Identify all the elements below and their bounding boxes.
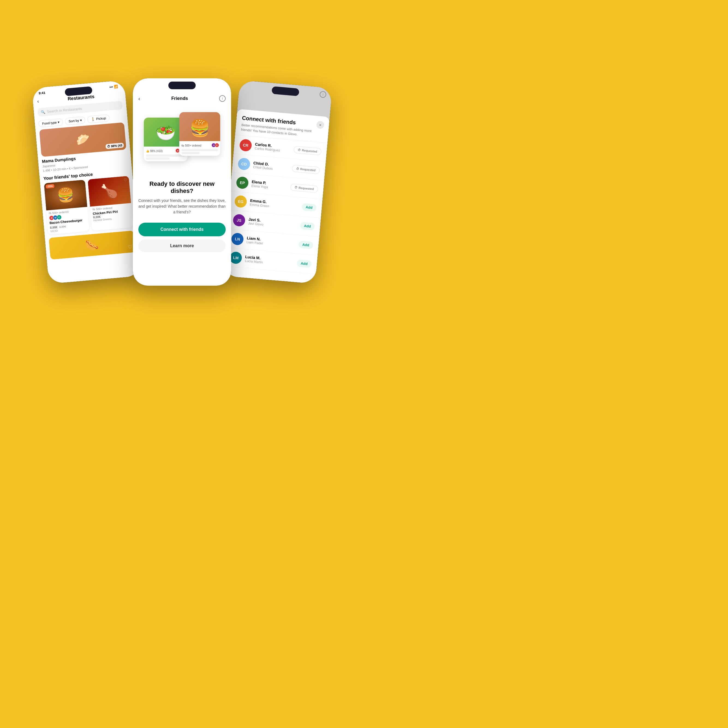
contact-avatar-5: LN bbox=[231, 232, 244, 246]
chevron-down-icon: ▾ bbox=[58, 120, 60, 124]
contact-avatar-4: JS bbox=[232, 214, 246, 227]
preview-avatar-r2: E bbox=[215, 143, 219, 147]
pickup-icon: 🚶 bbox=[91, 117, 95, 121]
dynamic-island-center bbox=[168, 82, 196, 89]
filter-pickup[interactable]: 🚶 Pickup bbox=[87, 114, 110, 123]
preview-ordered: 500+ ordered bbox=[185, 144, 201, 147]
contact-action-1[interactable]: ⏱ Requested bbox=[292, 165, 320, 174]
hero-rating-badge: ⏱ 98% (43 bbox=[106, 143, 124, 149]
back-arrow-left[interactable]: ‹ bbox=[37, 98, 39, 104]
learn-more-button[interactable]: Learn more bbox=[138, 240, 226, 252]
bag-icon-1: 🛍 bbox=[92, 208, 95, 211]
heart-bottom-icon: ♡ bbox=[127, 244, 132, 250]
contacts-list: CR Carlos R. Carlos Rodríguez ⏱ Requeste… bbox=[223, 135, 328, 283]
clock-icon-0: ⏱ bbox=[298, 148, 301, 152]
preview-rating: 98% (410) bbox=[150, 150, 163, 153]
contact-action-2[interactable]: ⏱ Requested bbox=[290, 184, 318, 193]
food-price-0: 8,88€ bbox=[50, 225, 58, 229]
preview-card-right: 🛍 500+ ordered D E bbox=[179, 112, 220, 156]
contact-avatar-0: CR bbox=[239, 139, 252, 152]
food-type-label: Food type bbox=[42, 121, 57, 126]
heart-icon: ♡ bbox=[124, 177, 127, 182]
pickup-label: Pickup bbox=[96, 116, 106, 121]
friend-avatar-c: C bbox=[57, 214, 62, 220]
wifi-icon: 📶 bbox=[114, 84, 118, 89]
contact-action-6[interactable]: Add bbox=[297, 259, 312, 268]
contact-avatar-3: EG bbox=[234, 195, 247, 208]
contact-avatar-2: EP bbox=[236, 176, 249, 190]
sort-by-label: Sort by bbox=[69, 119, 79, 123]
phone-left: 9:41 ▪▪▪ 📶 ‹ Restaurants 🔍 Search in Res… bbox=[32, 80, 141, 284]
contact-avatar-6: LM bbox=[229, 251, 242, 265]
food-old-price-0: 9,99€ bbox=[59, 225, 66, 228]
clock-icon-2: ⏱ bbox=[294, 185, 298, 189]
friends-title: Friends bbox=[171, 96, 188, 101]
back-arrow-center[interactable]: ‹ bbox=[138, 95, 140, 102]
thumbs-icon: 👍 bbox=[146, 150, 149, 153]
phones-container: 9:41 ▪▪▪ 📶 ‹ Restaurants 🔍 Search in Res… bbox=[32, 46, 332, 318]
chevron-down-icon-2: ▾ bbox=[80, 118, 82, 122]
bottom-food-preview: ♡ bbox=[49, 231, 135, 260]
phone-right: i Connect with friends Better recommenda… bbox=[223, 80, 332, 284]
contact-action-4[interactable]: Add bbox=[300, 222, 315, 231]
search-icon: 🔍 bbox=[41, 110, 45, 114]
info-icon-center[interactable]: i bbox=[219, 95, 226, 102]
friends-headline: Ready to discover new dishes? bbox=[138, 180, 226, 194]
timer-icon: ⏱ bbox=[107, 145, 110, 148]
signal-icon: ▪▪▪ bbox=[109, 85, 113, 89]
contact-action-3[interactable]: Add bbox=[301, 203, 317, 212]
food-card-1[interactable]: ♡ 🛍 500+ ordered Chicken Piri Piri 8,88€… bbox=[87, 176, 133, 231]
phone-center: ‹ Friends i 👍 98% (410) bbox=[133, 78, 231, 286]
hero-rating: 98% bbox=[111, 144, 117, 148]
discount-badge-0: -20% bbox=[46, 184, 54, 188]
restaurant-type: Japanese bbox=[42, 164, 56, 168]
clock-icon-1: ⏱ bbox=[296, 167, 299, 170]
food-card-0[interactable]: -20% 🛍 500+ ordered A B C bbox=[44, 179, 90, 234]
contact-action-0[interactable]: ⏱ Requested bbox=[293, 146, 321, 155]
bag-icon-0: 🛍 bbox=[49, 212, 52, 215]
filter-food-type[interactable]: Food type ▾ bbox=[38, 118, 63, 128]
food-preview-stack: 👍 98% (410) A B C bbox=[144, 109, 220, 175]
contact-action-5[interactable]: Add bbox=[298, 241, 313, 249]
search-placeholder: Search in Restaurants bbox=[47, 106, 82, 113]
hero-reviews: (43 bbox=[118, 144, 122, 147]
filter-sort-by[interactable]: Sort by ▾ bbox=[65, 116, 86, 125]
info-icon-right[interactable]: i bbox=[320, 91, 327, 98]
friends-subtext: Connect with your friends, see the dishe… bbox=[138, 198, 226, 215]
bag-icon-preview: 🛍 bbox=[182, 144, 184, 147]
status-time-left: 9:41 bbox=[38, 91, 45, 95]
contact-avatar-1: CD bbox=[237, 158, 251, 171]
connect-friends-button[interactable]: Connect with friends bbox=[138, 223, 226, 236]
